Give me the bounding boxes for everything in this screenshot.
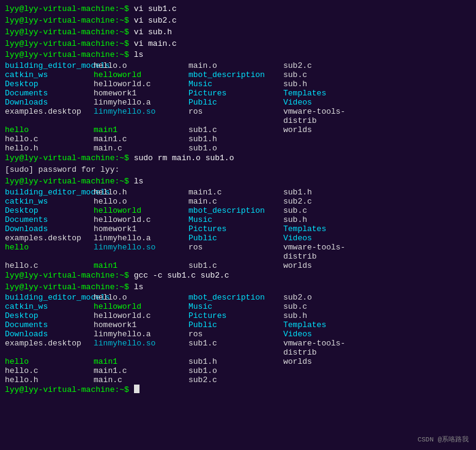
prompt: lyy@lyy-virtual-machine:~$ xyxy=(5,39,129,50)
prompt: lyy@lyy-virtual-machine:~$ xyxy=(5,153,129,164)
cursor xyxy=(134,385,139,393)
cmd-line: lyy@lyy-virtual-machine:~$ gcc -c sub1.c… xyxy=(5,270,471,282)
cmd-line: lyy@lyy-virtual-machine:~$ ls xyxy=(5,50,471,61)
ls-output-1: building_editor_modelshello.omain.osub2.… xyxy=(5,61,471,153)
cmd-line: lyy@lyy-virtual-machine:~$ sudo rm main.… xyxy=(5,153,471,164)
cmd-line: lyy@lyy-virtual-machine:~$ ls xyxy=(5,282,471,293)
ls-output-2: building_editor_modelshello.hmain1.csub1… xyxy=(5,188,471,270)
prompt: lyy@lyy-virtual-machine:~$ xyxy=(5,27,129,39)
sudo-password: [sudo] password for lyy: xyxy=(5,164,471,176)
final-prompt: lyy@lyy-virtual-machine:~$ xyxy=(5,385,471,396)
watermark: CSDN @系咯路我 xyxy=(417,435,469,444)
prompt: lyy@lyy-virtual-machine:~$ xyxy=(5,4,129,15)
prompt: lyy@lyy-virtual-machine:~$ xyxy=(5,176,129,188)
cmd-line: lyy@lyy-virtual-machine:~$ vi sub1.c xyxy=(5,4,471,15)
cmd-line: lyy@lyy-virtual-machine:~$ vi sub2.c xyxy=(5,15,471,27)
cmd-line: lyy@lyy-virtual-machine:~$ ls xyxy=(5,176,471,188)
prompt: lyy@lyy-virtual-machine:~$ xyxy=(5,50,129,61)
cmd-line: lyy@lyy-virtual-machine:~$ vi main.c xyxy=(5,39,471,50)
terminal: lyy@lyy-virtual-machine:~$ vi sub1.c lyy… xyxy=(0,0,476,450)
prompt: lyy@lyy-virtual-machine:~$ xyxy=(5,385,129,396)
cmd-line: lyy@lyy-virtual-machine:~$ vi sub.h xyxy=(5,27,471,39)
prompt: lyy@lyy-virtual-machine:~$ xyxy=(5,270,129,282)
ls-output-3: building_editor_modelshello.ombot_descri… xyxy=(5,293,471,385)
prompt: lyy@lyy-virtual-machine:~$ xyxy=(5,282,129,293)
prompt: lyy@lyy-virtual-machine:~$ xyxy=(5,15,129,27)
